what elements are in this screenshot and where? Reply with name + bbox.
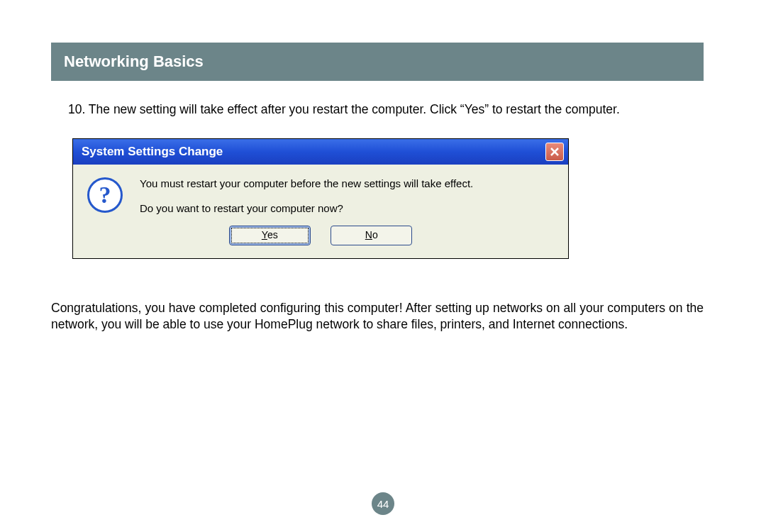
yes-underline: Y <box>262 229 267 240</box>
page-number: 44 <box>377 498 389 510</box>
dialog-message-2: Do you want to restart your computer now… <box>140 202 554 214</box>
dialog-title: System Settings Change <box>82 145 223 159</box>
section-title: Networking Basics <box>64 52 204 70</box>
close-button[interactable] <box>545 143 564 161</box>
document-page: Networking Basics 10. The new setting wi… <box>51 43 704 333</box>
dialog-titlebar: System Settings Change <box>73 139 568 165</box>
page-number-badge: 44 <box>372 492 394 515</box>
yes-button[interactable]: Yes <box>229 226 311 245</box>
no-underline: N <box>365 229 372 240</box>
dialog-body: ? You must restart your computer before … <box>73 165 568 226</box>
step-instruction: 10. The new setting will take effect aft… <box>68 101 675 118</box>
dialog-button-row: Yes No <box>73 226 568 258</box>
dialog-message-column: You must restart your computer before th… <box>140 177 554 216</box>
system-settings-dialog: System Settings Change ? You must restar… <box>72 138 569 259</box>
congratulations-text: Congratulations, you have completed conf… <box>51 300 704 333</box>
question-mark: ? <box>87 177 123 213</box>
section-header: Networking Basics <box>51 43 704 81</box>
no-button[interactable]: No <box>331 226 412 245</box>
yes-rest: es <box>267 229 278 240</box>
no-rest: o <box>372 229 378 240</box>
dialog-message-1: You must restart your computer before th… <box>140 177 554 189</box>
question-icon: ? <box>87 177 126 216</box>
close-icon <box>550 147 560 157</box>
